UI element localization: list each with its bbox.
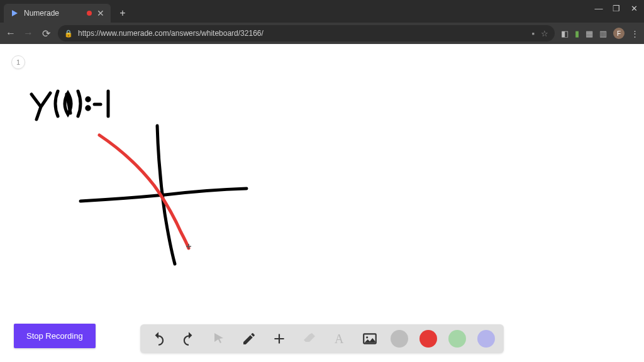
svg-text:A: A (335, 332, 344, 346)
whiteboard-toolbar: A (140, 324, 504, 353)
undo-button[interactable] (149, 329, 168, 348)
curve-drawing (99, 135, 189, 248)
camera-icon[interactable]: ▪ (531, 29, 535, 38)
tab-bar: Numerade ✕ + (0, 0, 644, 23)
extension-icon-3[interactable]: ▦ (586, 29, 593, 38)
drawing-surface[interactable] (0, 44, 644, 362)
browser-chrome: — ❐ ✕ Numerade ✕ + ← → ⟳ 🔒 https://www.n… (0, 0, 644, 44)
whiteboard-canvas[interactable]: 1 (0, 44, 644, 362)
window-close-icon[interactable]: ✕ (628, 4, 640, 13)
tab-favicon-icon (10, 9, 19, 18)
url-text: https://www.numerade.com/answers/whitebo… (78, 29, 526, 38)
extension-icon-4[interactable]: ▥ (599, 29, 607, 38)
extension-icons: ◧ ▮ ▦ ▥ F ⋮ (561, 28, 639, 39)
window-restore-icon[interactable]: ❐ (610, 4, 623, 13)
nav-reload-icon[interactable]: ⟳ (40, 28, 52, 40)
tab-close-icon[interactable]: ✕ (97, 8, 104, 18)
new-tab-button[interactable]: + (114, 5, 131, 21)
svg-marker-0 (12, 10, 18, 16)
pointer-tool-button[interactable] (209, 329, 228, 348)
pencil-tool-button[interactable] (240, 329, 258, 348)
color-purple-button[interactable] (477, 330, 495, 348)
svg-point-1 (87, 98, 89, 101)
axes-drawing (80, 126, 247, 264)
browser-menu-icon[interactable]: ⋮ (631, 29, 639, 38)
nav-back-icon[interactable]: ← (5, 28, 16, 39)
add-tool-button[interactable] (270, 329, 289, 348)
tab-title: Numerade (24, 9, 82, 18)
star-icon[interactable]: ☆ (541, 29, 548, 38)
text-tool-button[interactable]: A (330, 329, 349, 348)
window-controls: — ❐ ✕ (592, 4, 640, 13)
nav-forward-icon[interactable]: → (23, 28, 34, 39)
svg-point-9 (366, 336, 368, 338)
color-red-button[interactable] (419, 330, 437, 348)
redo-button[interactable] (179, 329, 198, 348)
eraser-tool-button[interactable] (300, 329, 319, 348)
color-gray-button[interactable] (391, 330, 408, 348)
handwriting-equation (31, 91, 108, 119)
lock-icon: 🔒 (64, 30, 73, 38)
color-green-button[interactable] (448, 330, 466, 348)
window-minimize-icon[interactable]: — (592, 4, 605, 13)
stop-recording-button[interactable]: Stop Recording (14, 324, 96, 348)
address-bar: ← → ⟳ 🔒 https://www.numerade.com/answers… (0, 23, 644, 44)
extension-icon-1[interactable]: ◧ (561, 29, 569, 38)
extension-icon-2[interactable]: ▮ (575, 29, 579, 38)
profile-avatar[interactable]: F (613, 28, 625, 39)
svg-point-2 (87, 107, 89, 109)
recording-indicator-icon (87, 11, 92, 16)
url-field[interactable]: 🔒 https://www.numerade.com/answers/white… (58, 25, 555, 41)
image-tool-button[interactable] (360, 329, 379, 348)
browser-tab[interactable]: Numerade ✕ (4, 4, 111, 23)
